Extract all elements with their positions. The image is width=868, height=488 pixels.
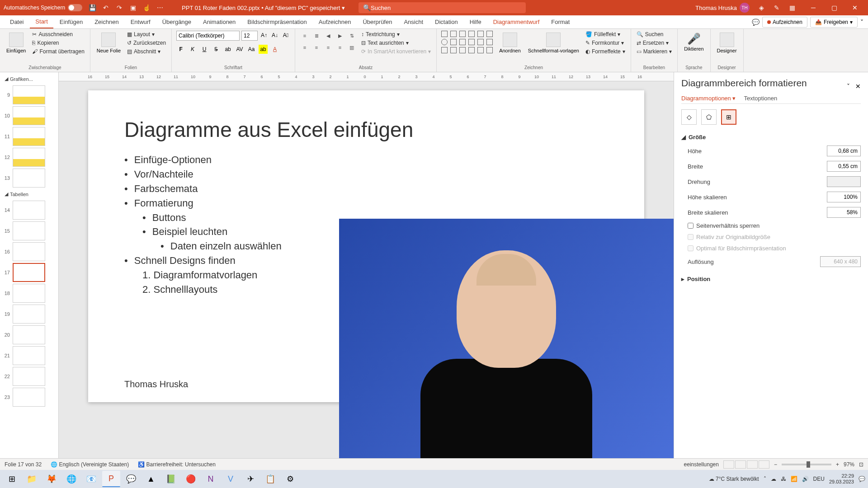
- app-icon[interactable]: 🔴: [182, 471, 200, 487]
- share-button[interactable]: 📤 Freigeben ▾: [810, 17, 858, 28]
- clock[interactable]: 22:29 29.03.2023: [829, 473, 854, 485]
- align-text-button[interactable]: ⊟ Text ausrichten ▾: [360, 39, 432, 47]
- section-grafiken[interactable]: ◢ Grafiken...: [2, 74, 57, 84]
- shape-effects-button[interactable]: ◐ Formeffekte ▾: [585, 48, 626, 55]
- tab-einfuegen[interactable]: Einfügen: [54, 16, 88, 28]
- shadow-button[interactable]: ab: [223, 45, 232, 54]
- undo-icon[interactable]: ↶: [102, 4, 109, 11]
- user-account[interactable]: Thomas Hruska TH: [695, 3, 750, 13]
- tab-diagrammentwurf[interactable]: Diagrammentwurf: [488, 16, 545, 28]
- shapes-gallery[interactable]: [441, 31, 494, 53]
- network-icon[interactable]: 🖧: [781, 476, 786, 482]
- cut-button[interactable]: ✂ Ausschneiden: [31, 31, 85, 38]
- outlook-icon[interactable]: 📧: [82, 471, 100, 487]
- font-color-button[interactable]: A: [270, 45, 279, 54]
- shape-outline-button[interactable]: ✎ Formkontur ▾: [585, 39, 626, 47]
- slide-editor[interactable]: 1615141312111098765432101234567891011121…: [59, 72, 674, 458]
- vlc-icon[interactable]: ▲: [142, 471, 160, 487]
- size-tab-icon[interactable]: ⊞: [721, 109, 736, 125]
- document-title[interactable]: PPT 01 Roter Faden 002.pptx • Auf "diese…: [182, 5, 345, 11]
- designer-button[interactable]: Designer: [715, 31, 739, 55]
- tab-animationen[interactable]: Animationen: [198, 16, 241, 28]
- more-icon[interactable]: ⋯: [156, 4, 164, 11]
- tab-start[interactable]: Start: [30, 15, 53, 28]
- thumb-19[interactable]: [13, 305, 45, 324]
- firefox-icon[interactable]: 🦊: [42, 471, 61, 487]
- minimize-button[interactable]: ─: [804, 4, 823, 12]
- size-section-header[interactable]: ◢ Größe: [681, 131, 861, 143]
- search-box[interactable]: 🔍: [359, 2, 526, 13]
- slide-counter[interactable]: Folie 17 von 32: [5, 461, 42, 468]
- text-direction-button[interactable]: ↕ Textrichtung ▾: [360, 31, 432, 38]
- telegram-icon[interactable]: ✈: [241, 471, 259, 487]
- italic-button[interactable]: K: [188, 45, 197, 54]
- thumb-13[interactable]: [13, 169, 45, 188]
- paste-button[interactable]: Einfügen: [5, 31, 28, 55]
- decrease-indent-button[interactable]: ◀: [323, 31, 333, 41]
- reading-view-button[interactable]: [747, 460, 758, 469]
- position-section-header[interactable]: ▸ Position: [681, 273, 861, 285]
- visio-icon[interactable]: V: [222, 471, 240, 487]
- collapse-ribbon-icon[interactable]: ˅: [860, 19, 863, 26]
- align-left-button[interactable]: ≡: [300, 42, 310, 52]
- language-indicator[interactable]: 🌐 Englisch (Vereinigte Staaten): [51, 461, 129, 468]
- weather-widget[interactable]: ☁ 7°C Stark bewölkt: [709, 476, 759, 482]
- shape-fill-button[interactable]: 🪣 Fülleffekt ▾: [585, 31, 626, 38]
- thumb-16[interactable]: [13, 242, 45, 261]
- increase-font-icon[interactable]: A↑: [259, 31, 269, 40]
- tab-bildschirmpraesentation[interactable]: Bildschirmpräsentation: [242, 16, 312, 28]
- thumb-15[interactable]: [13, 221, 45, 240]
- increase-indent-button[interactable]: ▶: [335, 31, 345, 41]
- chrome-icon[interactable]: 🌐: [62, 471, 80, 487]
- explorer-icon[interactable]: 📁: [23, 471, 41, 487]
- quick-styles-button[interactable]: Schnellformat-vorlagen: [526, 31, 581, 55]
- autosave-toggle[interactable]: Automatisches Speichern: [4, 4, 82, 11]
- save-icon[interactable]: 💾: [89, 4, 96, 11]
- thumb-14[interactable]: [13, 201, 45, 220]
- normal-view-button[interactable]: [723, 460, 734, 469]
- scale-height-input[interactable]: [827, 192, 861, 202]
- volume-icon[interactable]: 🔊: [802, 476, 809, 482]
- clear-format-icon[interactable]: A⃠: [281, 31, 290, 40]
- tab-hilfe[interactable]: Hilfe: [464, 16, 487, 28]
- tab-chart-options[interactable]: Diagrammoptionen ▾: [681, 95, 736, 102]
- thumb-20[interactable]: [13, 325, 45, 344]
- highlight-button[interactable]: ab: [259, 45, 268, 54]
- scale-width-input[interactable]: [827, 207, 861, 218]
- tray-chevron-icon[interactable]: ˄: [764, 476, 766, 482]
- tab-datei[interactable]: Datei: [5, 16, 29, 28]
- zoom-out-button[interactable]: −: [774, 461, 777, 468]
- columns-button[interactable]: ▥: [347, 42, 357, 52]
- select-button[interactable]: ▭ Markieren ▾: [636, 48, 673, 55]
- tab-entwurf[interactable]: Entwurf: [125, 16, 156, 28]
- section-button[interactable]: ▤ Abschnitt ▾: [126, 48, 167, 55]
- tab-format[interactable]: Format: [546, 16, 575, 28]
- thumb-17[interactable]: [13, 263, 45, 282]
- line-spacing-button[interactable]: ⇅: [347, 31, 357, 41]
- bullets-button[interactable]: ≡: [300, 31, 310, 41]
- layout-button[interactable]: ▦ Layout ▾: [126, 31, 167, 38]
- numbering-button[interactable]: ≣: [311, 31, 321, 41]
- new-slide-button[interactable]: Neue Folie: [95, 31, 123, 55]
- format-painter-button[interactable]: 🖌 Format übertragen: [31, 48, 85, 55]
- tab-dictation[interactable]: Dictation: [429, 16, 463, 28]
- onedrive-icon[interactable]: ☁: [771, 476, 776, 482]
- thumb-22[interactable]: [13, 367, 45, 386]
- powerpoint-icon[interactable]: P: [102, 471, 120, 487]
- fit-window-button[interactable]: ⊡: [859, 461, 863, 468]
- toggle-switch[interactable]: [68, 4, 82, 11]
- start-button[interactable]: ⊞: [3, 471, 21, 487]
- display-settings[interactable]: eeinstellungen: [684, 461, 719, 468]
- bold-button[interactable]: F: [176, 45, 185, 54]
- thumb-11[interactable]: [13, 127, 45, 146]
- align-right-button[interactable]: ≡: [323, 42, 333, 52]
- arrange-button[interactable]: Anordnen: [497, 31, 523, 55]
- close-button[interactable]: ✕: [845, 4, 864, 12]
- tab-aufzeichnen[interactable]: Aufzeichnen: [313, 16, 357, 28]
- fill-tab-icon[interactable]: ◇: [681, 109, 697, 125]
- tab-uebergaenge[interactable]: Übergänge: [157, 16, 197, 28]
- font-size-combo[interactable]: 12: [241, 31, 258, 41]
- decrease-font-icon[interactable]: A↓: [270, 31, 279, 40]
- language-indicator-taskbar[interactable]: DEU: [813, 476, 825, 482]
- case-button[interactable]: Aa: [247, 45, 256, 54]
